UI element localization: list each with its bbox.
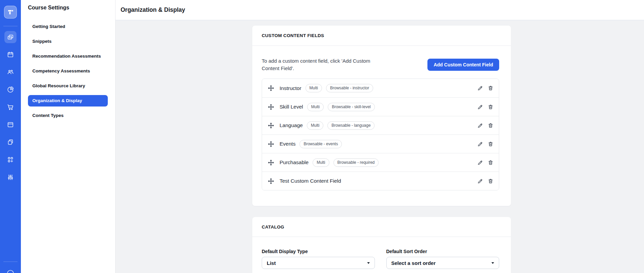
field-tag-pill: Multi bbox=[313, 158, 329, 167]
pencil-icon[interactable] bbox=[477, 160, 483, 165]
trash-icon[interactable] bbox=[488, 104, 493, 110]
move-icon[interactable] bbox=[268, 141, 274, 147]
field-name: Events bbox=[280, 141, 295, 147]
default-sort-order-field: Default Sort Order Select a sort order bbox=[386, 249, 500, 269]
sidebar-item-organization-display[interactable]: Organization & Display bbox=[28, 95, 108, 107]
sidebar-item-snippets[interactable]: Snippets bbox=[28, 36, 108, 47]
row-actions bbox=[477, 123, 493, 128]
field-name: Test Custom Content Field bbox=[280, 178, 341, 184]
field-tag-pill: Browsable - events bbox=[299, 140, 342, 148]
card-title: CUSTOM CONTENT FIELDS bbox=[262, 33, 324, 38]
default-sort-order-label: Default Sort Order bbox=[386, 249, 500, 254]
sidebar-item-getting-started[interactable]: Getting Started bbox=[28, 21, 108, 32]
move-icon[interactable] bbox=[268, 159, 274, 166]
trash-icon[interactable] bbox=[488, 178, 493, 184]
main-area: Organization & Display CUSTOM CONTENT FI… bbox=[116, 0, 644, 273]
sliders-icon[interactable] bbox=[4, 171, 17, 183]
globe-icon[interactable] bbox=[6, 269, 14, 273]
sidebar-item-global-resource-library[interactable]: Global Resource Library bbox=[28, 80, 108, 92]
add-custom-content-field-button[interactable]: Add Custom Content Field bbox=[427, 59, 499, 71]
default-display-type-field: Default Display Type List bbox=[262, 249, 375, 269]
field-tag-pill: Browsable - skill-level bbox=[328, 103, 375, 111]
custom-field-row: InstructorMultiBrowsable - instructor bbox=[262, 79, 499, 97]
custom-field-row: PurchasableMultiBrowsable - required bbox=[262, 153, 499, 172]
pencil-icon[interactable] bbox=[477, 178, 483, 184]
app-logo[interactable] bbox=[4, 6, 17, 19]
page-content: CUSTOM CONTENT FIELDS To add a custom co… bbox=[116, 20, 644, 273]
card-header: CUSTOM CONTENT FIELDS bbox=[252, 26, 511, 46]
custom-fields-list: InstructorMultiBrowsable - instructorSki… bbox=[262, 79, 499, 190]
field-name: Skill Level bbox=[280, 104, 303, 110]
move-icon[interactable] bbox=[268, 122, 274, 129]
cart-icon[interactable] bbox=[4, 101, 17, 113]
card-body: To add a custom content field, click 'Ad… bbox=[252, 46, 511, 190]
course-settings-sidebar: Course Settings Getting StartedSnippetsR… bbox=[21, 0, 116, 273]
field-name: Purchasable bbox=[280, 159, 309, 165]
card-header: CATALOG bbox=[252, 217, 511, 237]
page-title: Organization & Display bbox=[121, 6, 185, 13]
pencil-icon[interactable] bbox=[477, 85, 483, 91]
custom-field-row: Test Custom Content Field bbox=[262, 172, 499, 190]
field-name: Instructor bbox=[280, 85, 301, 91]
app-root: Course Settings Getting StartedSnippetsR… bbox=[0, 0, 644, 273]
courses-icon[interactable] bbox=[4, 31, 17, 43]
browser-icon[interactable] bbox=[4, 119, 17, 131]
custom-field-row: Skill LevelMultiBrowsable - skill-level bbox=[262, 97, 499, 116]
default-display-type-label: Default Display Type bbox=[262, 249, 375, 254]
pencil-icon[interactable] bbox=[477, 104, 483, 110]
catalog-form: Default Display Type List Default Sort O… bbox=[252, 237, 511, 269]
custom-field-row: LanguageMultiBrowsable - language bbox=[262, 116, 499, 134]
trash-icon[interactable] bbox=[488, 160, 493, 165]
row-actions bbox=[477, 104, 493, 110]
field-tag-pill: Browsable - language bbox=[327, 121, 375, 130]
page-header: Organization & Display bbox=[116, 0, 644, 20]
apps-add-icon[interactable] bbox=[4, 154, 17, 166]
move-icon[interactable] bbox=[268, 178, 274, 184]
trash-icon[interactable] bbox=[488, 123, 493, 128]
field-name: Language bbox=[280, 122, 303, 128]
intro-row: To add a custom content field, click 'Ad… bbox=[262, 57, 499, 72]
move-icon[interactable] bbox=[268, 104, 274, 110]
pencil-icon[interactable] bbox=[477, 141, 483, 147]
logo-t-glyph bbox=[7, 8, 14, 16]
intro-text: To add a custom content field, click 'Ad… bbox=[262, 57, 379, 72]
pencil-icon[interactable] bbox=[477, 123, 483, 128]
default-sort-order-select[interactable]: Select a sort order bbox=[386, 257, 500, 269]
row-actions bbox=[477, 160, 493, 165]
copy-icon[interactable] bbox=[4, 136, 17, 148]
trash-icon[interactable] bbox=[488, 141, 493, 147]
field-tag-pill: Browsable - instructor bbox=[326, 84, 373, 92]
field-tag-pill: Multi bbox=[307, 103, 324, 111]
field-tag-pill: Browsable - required bbox=[333, 158, 379, 167]
row-actions bbox=[477, 141, 493, 147]
chevron-down-icon bbox=[367, 262, 370, 264]
select-value: List bbox=[267, 260, 276, 266]
sidebar-item-content-types[interactable]: Content Types bbox=[28, 110, 108, 121]
field-tag-pill: Multi bbox=[305, 84, 322, 92]
sidebar-item-competency-assessments[interactable]: Competency Assessments bbox=[28, 65, 108, 77]
rail-divider-bottom bbox=[3, 262, 18, 262]
custom-content-fields-card: CUSTOM CONTENT FIELDS To add a custom co… bbox=[252, 26, 511, 206]
select-value: Select a sort order bbox=[391, 260, 436, 266]
custom-field-row: EventsBrowsable - events bbox=[262, 134, 499, 153]
sidebar-nav: Getting StartedSnippetsRecommendation As… bbox=[28, 21, 108, 125]
row-actions bbox=[477, 85, 493, 91]
chevron-down-icon bbox=[491, 262, 494, 264]
move-icon[interactable] bbox=[268, 85, 274, 91]
row-actions bbox=[477, 178, 493, 184]
pie-chart-icon[interactable] bbox=[4, 84, 17, 96]
trash-icon[interactable] bbox=[488, 85, 493, 91]
field-tag-pill: Multi bbox=[307, 121, 323, 130]
card-title: CATALOG bbox=[262, 224, 284, 230]
sidebar-title: Course Settings bbox=[28, 5, 69, 11]
rail-divider bbox=[3, 26, 18, 26]
people-icon[interactable] bbox=[4, 66, 17, 78]
catalog-card: CATALOG Default Display Type List Defaul… bbox=[252, 217, 511, 273]
sidebar-item-recommendation-assessments[interactable]: Recommendation Assessments bbox=[28, 51, 108, 62]
default-display-type-select[interactable]: List bbox=[262, 257, 375, 269]
app-rail bbox=[0, 0, 21, 273]
calendar-icon[interactable] bbox=[4, 49, 17, 61]
